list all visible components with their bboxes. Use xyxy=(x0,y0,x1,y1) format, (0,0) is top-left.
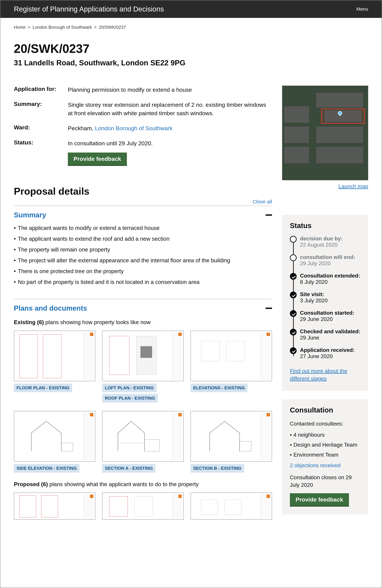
breadcrumb-home[interactable]: Home xyxy=(14,25,25,30)
consultation-heading: Consultation xyxy=(290,406,360,414)
menu-link[interactable]: Menu xyxy=(356,6,368,12)
plan-thumbnail[interactable] xyxy=(102,493,184,520)
check-icon xyxy=(290,347,297,354)
summary-item: There is one protected tree on the prope… xyxy=(14,268,272,274)
objections-link[interactable]: 2 objections received xyxy=(290,462,341,468)
timeline-item: Application received:27 June 2020 xyxy=(290,347,360,359)
close-all-link[interactable]: Close all xyxy=(253,199,272,204)
plan-tag: ROOF PLAN - EXISTING xyxy=(102,394,158,402)
page-address: 31 Landells Road, Southwark, London SE22… xyxy=(14,59,368,67)
breadcrumb: Home > London Borough of Southwark > 20/… xyxy=(14,25,368,30)
plan-tag: SECTION B - EXISTING xyxy=(191,464,244,473)
label-application-for: Application for: xyxy=(14,86,68,94)
timeline-item: decision due by:22 August 2020 xyxy=(290,235,360,248)
timeline-item: Consultation extended:8 July 2020 xyxy=(290,273,360,285)
summary-item: The project will alter the external appe… xyxy=(14,257,272,264)
summary-item: The property will remain one property xyxy=(14,247,272,253)
value-summary: Single storey rear extension and replace… xyxy=(68,101,272,117)
consultee-item: Environment Team xyxy=(290,452,360,458)
check-icon xyxy=(290,292,297,298)
plan-thumbnail[interactable] xyxy=(14,411,95,462)
collapse-icon xyxy=(266,214,272,216)
plan-thumbnail[interactable] xyxy=(191,493,272,520)
plan-thumbnail[interactable] xyxy=(102,331,184,381)
timeline-date: 27 June 2020 xyxy=(300,353,360,359)
consultation-card: Consultation Contacted consultees: 4 nei… xyxy=(282,399,368,514)
plan-tag: FLOOR PLAN - EXISTING xyxy=(14,384,72,392)
check-icon xyxy=(290,273,297,280)
summary-item: The applicant wants to extend the roof a… xyxy=(14,236,272,242)
status-card: Status decision due by:22 August 2020con… xyxy=(282,215,368,391)
summary-item: The applicant wants to modify or extend … xyxy=(14,225,272,231)
timeline-date: 3 July 2020 xyxy=(300,297,360,304)
plan-thumbnail[interactable] xyxy=(102,411,184,462)
svg-rect-3 xyxy=(240,441,251,451)
timeline-item: Consultation started:29 June 2020 xyxy=(290,310,360,322)
timeline-label: Application received: xyxy=(300,347,360,353)
provide-feedback-button-sidebar[interactable]: Provide feedback xyxy=(290,493,349,506)
label-summary: Summary: xyxy=(14,101,68,117)
timeline-date: 22 August 2020 xyxy=(300,242,360,248)
plan-thumbnail[interactable] xyxy=(14,331,95,381)
timeline-date: 29 June 2020 xyxy=(300,316,360,322)
plan-tag: SECTION A - EXISTING xyxy=(102,464,155,473)
provide-feedback-button[interactable]: Provide feedback xyxy=(68,152,127,165)
status-heading: Status xyxy=(290,222,360,230)
summary-list: The applicant wants to modify or extend … xyxy=(14,225,272,285)
plan-thumbnail[interactable] xyxy=(14,493,95,520)
value-status: In consultation until 29 July 2020. xyxy=(68,139,272,147)
summary-item: No part of the property is listed and it… xyxy=(14,279,272,285)
breadcrumb-borough[interactable]: London Borough of Southwark xyxy=(33,25,92,30)
circle-icon xyxy=(290,254,297,261)
ward-borough-link[interactable]: London Borough of Southwark xyxy=(95,125,172,131)
plan-tag: ELEVATIONS - EXISTING xyxy=(191,384,248,392)
site-title: Register of Planning Applications and De… xyxy=(14,5,164,13)
page-title: 20/SWK/0237 xyxy=(14,42,368,56)
consultation-closes: Consultation closes on 29 July 2020 xyxy=(290,474,360,489)
plan-tag: LOFT PLAN - EXISTING xyxy=(102,384,156,392)
timeline-label: consultation will end: xyxy=(300,254,360,260)
label-status: Status: xyxy=(14,139,68,165)
top-bar: Register of Planning Applications and De… xyxy=(0,0,382,18)
collapse-icon xyxy=(266,308,272,309)
plan-thumbnail[interactable] xyxy=(191,411,272,462)
svg-rect-0 xyxy=(61,443,73,451)
accordion-plans-header[interactable]: Plans and documents xyxy=(14,304,272,312)
timeline-date: 29 July 2020 xyxy=(300,260,360,267)
timeline-date: 29 June xyxy=(300,335,360,341)
check-icon xyxy=(290,310,297,317)
accordion-summary-title: Summary xyxy=(14,211,46,219)
map-aerial[interactable] xyxy=(282,86,368,180)
proposal-details-heading: Proposal details xyxy=(14,186,272,197)
plan-thumbnail[interactable] xyxy=(191,331,272,381)
breadcrumb-current: 20/SWK/0237 xyxy=(99,25,126,30)
proposed-plans-subhead: Proposed (6) plans showing what the appl… xyxy=(14,481,272,487)
value-ward: Peckham, London Borough of Southwark xyxy=(68,124,272,132)
timeline-label: decision due by: xyxy=(300,235,360,242)
accordion-plans-title: Plans and documents xyxy=(14,304,87,312)
plan-tag: SIDE ELEVATION - EXISTING xyxy=(14,464,79,473)
timeline-date: 8 July 2020 xyxy=(300,279,360,285)
timeline-item: Site visit:3 July 2020 xyxy=(290,291,360,304)
timeline-item: Checked and validated:29 June xyxy=(290,328,360,341)
launch-map-link[interactable]: Launch map xyxy=(339,183,368,189)
timeline-label: Checked and validated: xyxy=(300,328,360,335)
accordion-summary-header[interactable]: Summary xyxy=(14,211,272,219)
label-ward: Ward: xyxy=(14,124,68,132)
timeline-label: Site visit: xyxy=(300,291,360,297)
consultee-item: 4 neighbours xyxy=(290,432,360,438)
existing-plans-subhead: Existing (6) plans showing how property … xyxy=(14,319,272,326)
check-icon xyxy=(290,329,297,336)
consultee-item: Design and Heritage Team xyxy=(290,442,360,448)
status-more-link[interactable]: Find out more about the different stages xyxy=(290,367,360,382)
svg-rect-1 xyxy=(145,440,160,451)
timeline-item: consultation will end:29 July 2020 xyxy=(290,254,360,267)
timeline-label: Consultation started: xyxy=(300,310,360,316)
value-application-for: Planning permission to modify or extend … xyxy=(68,86,272,94)
circle-icon xyxy=(290,236,297,243)
consultation-intro: Contacted consultees: xyxy=(290,420,360,427)
timeline-label: Consultation extended: xyxy=(300,273,360,279)
